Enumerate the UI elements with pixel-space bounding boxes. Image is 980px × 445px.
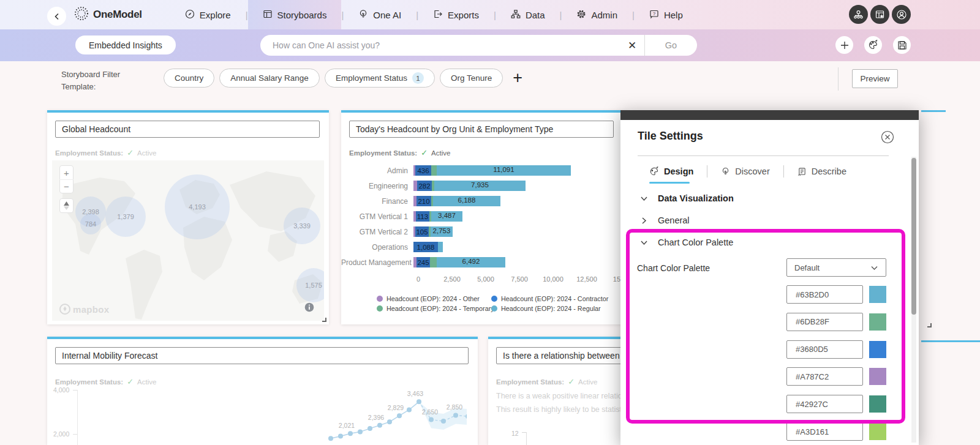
legend-item: Headcount (EOP): 2024 - Regular <box>491 304 622 313</box>
line-chart[interactable]: 2,0212,3962,8293,4632,6502,850 <box>69 382 467 445</box>
tab-design[interactable]: Design <box>649 164 693 179</box>
close-icon[interactable] <box>881 130 894 146</box>
nav-item-data[interactable]: Data <box>496 0 560 29</box>
legend-item: Headcount (EOP): 2024 - Contractor <box>491 294 622 304</box>
bar-track[interactable]: 2456,492 <box>413 257 623 267</box>
map-compass-button[interactable] <box>59 199 74 212</box>
add-tile-button[interactable] <box>835 36 853 54</box>
bar-category-label: Operations <box>341 243 413 252</box>
one-ai-search-input[interactable] <box>260 40 620 50</box>
bubble-value: 1,379 <box>117 213 134 220</box>
hex-color-input[interactable]: #A3D161 <box>786 422 863 441</box>
org-structure-button[interactable] <box>849 5 868 24</box>
storyboard-favorites-button[interactable] <box>870 5 889 24</box>
bar-value-label: 2,753 <box>433 227 451 234</box>
tab-describe[interactable]: Describe <box>797 164 846 179</box>
tile-title-input[interactable]: Internal Mobility Forecast <box>55 347 469 364</box>
check-icon: ✓ <box>568 377 575 386</box>
hex-color-input[interactable]: #63B2D0 <box>786 285 863 304</box>
map-bubble[interactable]: 784 <box>80 214 101 234</box>
nav-item-label: Data <box>526 10 545 20</box>
divider <box>838 67 839 91</box>
tile-resize-handle[interactable] <box>322 318 326 322</box>
filter-pill-annual-salary-range[interactable]: Annual Salary Range <box>219 69 320 88</box>
bar-row: GTM Vertical 11133,487 <box>341 209 623 224</box>
bar-chart[interactable]: Admin43611,091Engineering2827,935Finance… <box>341 163 623 270</box>
theme-palette-button[interactable] <box>864 36 882 54</box>
topnav-icon-group <box>849 5 911 24</box>
color-swatch[interactable] <box>869 423 886 440</box>
go-button[interactable]: Go <box>644 35 697 56</box>
mapbox-attribution[interactable]: mapbox <box>59 304 109 315</box>
panel-drag-handle[interactable] <box>620 110 919 120</box>
segment-contractor: 113 <box>416 211 429 222</box>
tile-title-input[interactable]: Today's Headcount by Org Unit & Employme… <box>349 121 614 138</box>
world-map[interactable]: + − 2,3987841,3794,1933,3391,575 mapbox <box>52 160 324 321</box>
bar-track[interactable]: 1,088 <box>413 242 623 252</box>
palette-dropdown[interactable]: Default <box>786 258 886 277</box>
add-filter-button[interactable]: + <box>513 70 522 86</box>
bar-track[interactable]: 2827,935 <box>413 181 623 191</box>
map-bubble[interactable]: 3,339 <box>284 208 320 244</box>
color-swatch[interactable] <box>869 286 886 303</box>
tab-discover[interactable]: Discover <box>721 164 769 179</box>
nav-item-exports[interactable]: Exports <box>418 0 494 29</box>
section-chart-color-palette[interactable]: Chart Color Palette <box>640 237 733 247</box>
panel-scrollbar-thumb[interactable] <box>911 158 916 315</box>
nav-item-label: Admin <box>591 10 617 20</box>
color-swatch[interactable] <box>869 341 886 358</box>
hex-color-input[interactable]: #6DB28F <box>786 313 863 331</box>
section-data-visualization[interactable]: Data Visualization <box>640 193 734 203</box>
one-model-logo[interactable]: OneModel <box>72 4 142 25</box>
segment-contractor: 210 <box>417 196 431 206</box>
nav-item-one-ai[interactable]: One AI <box>344 0 416 29</box>
palette-color-row: #42927C <box>786 395 886 413</box>
active-tab-indicator <box>649 182 690 184</box>
bar-track[interactable]: 43611,091 <box>413 165 623 176</box>
svg-text:2,829: 2,829 <box>388 404 404 411</box>
legend-color-dot <box>377 305 383 312</box>
tile-title-input[interactable]: Global Headcount <box>55 121 320 138</box>
filter-pill-label: Annual Salary Range <box>230 73 309 83</box>
nav-item-label: Help <box>664 10 683 20</box>
map-zoom-out-button[interactable]: − <box>59 179 74 193</box>
account-button[interactable] <box>892 5 911 24</box>
nav-item-admin[interactable]: Admin <box>562 0 632 29</box>
help-icon: ? <box>649 9 659 21</box>
divider <box>707 165 707 178</box>
legend-item: Headcount (EOP): 2024 - Temporary <box>377 304 491 313</box>
filter-pill-label: Employment Status <box>336 73 407 83</box>
bar-track[interactable]: 1133,487 <box>413 211 623 222</box>
filter-pill-country[interactable]: Country <box>164 69 214 88</box>
nav-item-storyboards[interactable]: Storyboards <box>248 0 342 29</box>
svg-text:2,396: 2,396 <box>368 414 384 421</box>
bar-track[interactable]: 2106,188 <box>413 196 623 206</box>
hex-color-input[interactable]: #42927C <box>786 395 863 413</box>
hex-color-input[interactable]: #A787C2 <box>786 367 863 386</box>
tile-resize-handle[interactable] <box>927 323 932 327</box>
color-swatch[interactable] <box>869 368 886 385</box>
filter-pill-label: Org Tenure <box>451 73 492 83</box>
save-button[interactable] <box>893 36 911 54</box>
filter-pill-org-tenure[interactable]: Org Tenure <box>440 69 503 88</box>
map-bubble[interactable]: 1,379 <box>105 196 146 237</box>
preview-button[interactable]: Preview <box>852 69 898 88</box>
color-swatch[interactable] <box>869 313 886 331</box>
nav-item-label: One AI <box>373 10 401 20</box>
legend-label: Headcount (EOP): 2024 - Regular <box>501 305 601 312</box>
nav-item-help[interactable]: ?Help <box>635 0 698 29</box>
bar-track[interactable]: 1052,753 <box>413 226 623 237</box>
describe-doc-icon <box>797 167 807 176</box>
search-clear-button[interactable]: ✕ <box>620 39 644 52</box>
map-zoom-in-button[interactable]: + <box>59 166 74 179</box>
map-bubble[interactable]: 4,193 <box>165 174 230 239</box>
breadcrumb[interactable]: Embedded Insights <box>75 36 176 54</box>
nav-item-explore[interactable]: Explore <box>170 0 246 29</box>
tile-filter-status: Employment Status: ✓ Active <box>349 148 450 157</box>
color-swatch[interactable] <box>869 395 886 413</box>
info-icon[interactable] <box>304 302 314 315</box>
back-button[interactable] <box>47 7 66 26</box>
filter-pill-employment-status[interactable]: Employment Status1 <box>325 69 435 88</box>
hex-color-input[interactable]: #3680D5 <box>786 340 863 359</box>
section-general[interactable]: General <box>640 215 690 225</box>
